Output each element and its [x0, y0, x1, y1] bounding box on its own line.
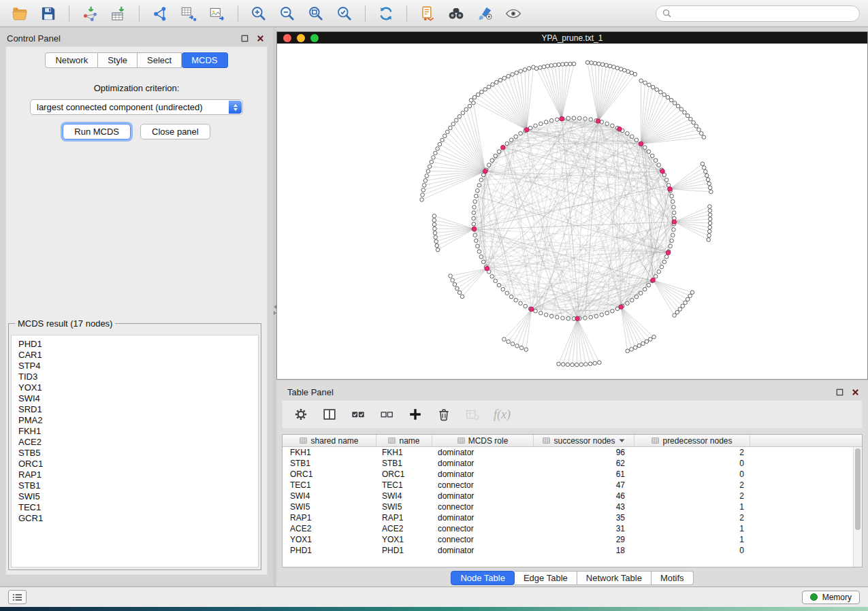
- cell-shared-name: PHD1: [283, 546, 376, 555]
- settings-icon[interactable]: [292, 406, 310, 423]
- save-session-icon[interactable]: [37, 3, 60, 24]
- search-box[interactable]: [656, 5, 860, 22]
- sort-descending-icon: [619, 439, 625, 443]
- close-panel-icon[interactable]: [255, 34, 265, 44]
- function-builder-icon: f(x): [492, 408, 512, 422]
- zoom-fit-icon[interactable]: [304, 3, 327, 24]
- toolbar-icon-group: [8, 3, 525, 24]
- float-panel-icon[interactable]: [240, 34, 249, 44]
- cell-successor-nodes: 96: [534, 448, 634, 457]
- import-table-file-icon[interactable]: [107, 3, 130, 24]
- tab-network-table[interactable]: Network Table: [577, 571, 652, 585]
- control-panel: Control Panel Network Style Select MCDS …: [0, 27, 273, 587]
- cell-predecessor-nodes: 0: [634, 469, 750, 479]
- column-header-name[interactable]: name: [376, 435, 432, 446]
- mcds-result-item[interactable]: FKH1: [18, 426, 258, 437]
- network-graph[interactable]: [277, 44, 867, 379]
- tab-edge-table[interactable]: Edge Table: [515, 571, 577, 585]
- zoom-out-icon[interactable]: [276, 3, 299, 24]
- table-row[interactable]: RAP1RAP1dominator352: [283, 512, 862, 523]
- zoom-in-icon[interactable]: [247, 3, 270, 24]
- binoculars-icon[interactable]: [445, 3, 468, 24]
- cell-predecessor-nodes: 2: [634, 513, 750, 523]
- search-input[interactable]: [675, 9, 853, 18]
- table-row[interactable]: PHD1PHD1dominator180: [283, 545, 862, 556]
- column-header-shared-name[interactable]: shared name: [283, 435, 376, 446]
- tab-node-table[interactable]: Node Table: [451, 571, 515, 585]
- mcds-result-item[interactable]: GCR1: [18, 513, 258, 524]
- table-row[interactable]: ACE2ACE2connector311: [283, 523, 862, 534]
- mcds-result-item[interactable]: TEC1: [18, 502, 258, 513]
- cell-name: ORC1: [376, 469, 432, 479]
- memory-button[interactable]: Memory: [802, 591, 860, 604]
- cell-name: PHD1: [376, 546, 432, 555]
- cell-predecessor-nodes: 2: [634, 480, 750, 490]
- table-body: FKH1FKH1dominator962STB1STB1dominator620…: [283, 447, 862, 556]
- mcds-result-list[interactable]: PHD1CAR1STP4TID3YOX1SWI4SRD1PMA2FKH1ACE2…: [11, 335, 259, 567]
- table-row[interactable]: YOX1YOX1connector291: [283, 534, 862, 545]
- open-session-icon[interactable]: [8, 3, 31, 24]
- delete-row-icon[interactable]: [435, 406, 453, 423]
- toolbar-separator: [365, 5, 366, 22]
- mcds-result-item[interactable]: YOX1: [18, 382, 258, 393]
- minimize-window-icon[interactable]: [297, 34, 305, 42]
- mcds-result-item[interactable]: SWI4: [18, 393, 258, 404]
- column-header-mcds-role[interactable]: MCDS role: [432, 435, 534, 446]
- mcds-result-item[interactable]: STB1: [18, 480, 258, 491]
- tab-motifs[interactable]: Motifs: [652, 571, 694, 585]
- cell-predecessor-nodes: 0: [634, 546, 750, 555]
- mcds-result-item[interactable]: STB5: [18, 448, 258, 459]
- table-row[interactable]: SWI5SWI5connector431: [283, 501, 862, 512]
- import-network-file-icon[interactable]: [78, 3, 101, 24]
- new-network-icon[interactable]: [148, 3, 172, 24]
- mcds-result-item[interactable]: ORC1: [18, 459, 258, 469]
- task-history-button[interactable]: [8, 590, 27, 604]
- columns-icon[interactable]: [321, 406, 338, 423]
- network-from-table-icon[interactable]: [177, 3, 200, 24]
- network-canvas[interactable]: [277, 44, 867, 379]
- close-window-icon[interactable]: [283, 34, 291, 42]
- mcds-result-item[interactable]: SRD1: [18, 404, 258, 415]
- table-row[interactable]: TEC1TEC1connector472: [283, 480, 862, 491]
- column-header-successor-nodes[interactable]: successor nodes: [534, 435, 634, 446]
- mcds-result-item[interactable]: STP4: [18, 361, 258, 371]
- close-table-panel-icon[interactable]: [850, 387, 860, 397]
- close-mcds-panel-button[interactable]: Close panel: [140, 124, 210, 139]
- column-header-predecessor-nodes[interactable]: predecessor nodes: [634, 435, 750, 446]
- right-workspace: YPA_prune.txt_1 Table Panel f(x) s: [276, 27, 868, 587]
- control-panel-title: Control Panel: [7, 33, 61, 44]
- mcds-result-item[interactable]: TID3: [18, 371, 258, 382]
- tab-network[interactable]: Network: [45, 52, 98, 68]
- mcds-result-item[interactable]: CAR1: [18, 350, 258, 361]
- table-scrollbar[interactable]: [853, 447, 862, 567]
- maximize-window-icon[interactable]: [310, 34, 319, 42]
- criterion-dropdown[interactable]: largest connected component (undirected): [30, 99, 243, 115]
- column-label: MCDS role: [468, 436, 509, 446]
- table-row[interactable]: SWI4SWI4dominator462: [283, 491, 862, 501]
- run-mcds-button[interactable]: Run MCDS: [63, 124, 131, 139]
- deselect-all-icon[interactable]: [378, 406, 396, 423]
- table-row[interactable]: STB1STB1dominator620: [283, 458, 862, 469]
- select-all-icon[interactable]: [349, 406, 367, 423]
- export-document-icon[interactable]: [416, 3, 439, 24]
- tab-style[interactable]: Style: [98, 52, 138, 68]
- refresh-view-icon[interactable]: [374, 3, 398, 24]
- scrollbar-thumb[interactable]: [855, 448, 861, 530]
- export-image-icon[interactable]: [206, 3, 229, 24]
- mcds-result-item[interactable]: PHD1: [18, 339, 258, 350]
- zoom-selected-icon[interactable]: [333, 3, 356, 24]
- table-row[interactable]: ORC1ORC1dominator610: [283, 469, 862, 480]
- mcds-result-item[interactable]: PMA2: [18, 415, 258, 426]
- mcds-result-item[interactable]: RAP1: [18, 469, 258, 480]
- network-window-titlebar[interactable]: YPA_prune.txt_1: [277, 32, 867, 44]
- float-table-panel-icon[interactable]: [835, 387, 844, 397]
- add-row-icon[interactable]: [406, 406, 424, 423]
- tab-select[interactable]: Select: [138, 52, 182, 68]
- criterion-dropdown-value: largest connected component (undirected): [37, 102, 203, 112]
- paint-style-icon[interactable]: [473, 3, 496, 24]
- mcds-result-item[interactable]: SWI5: [18, 491, 258, 502]
- table-row[interactable]: FKH1FKH1dominator962: [283, 447, 862, 458]
- eye-icon[interactable]: [502, 3, 525, 24]
- mcds-result-item[interactable]: ACE2: [18, 437, 258, 448]
- tab-mcds[interactable]: MCDS: [182, 52, 227, 68]
